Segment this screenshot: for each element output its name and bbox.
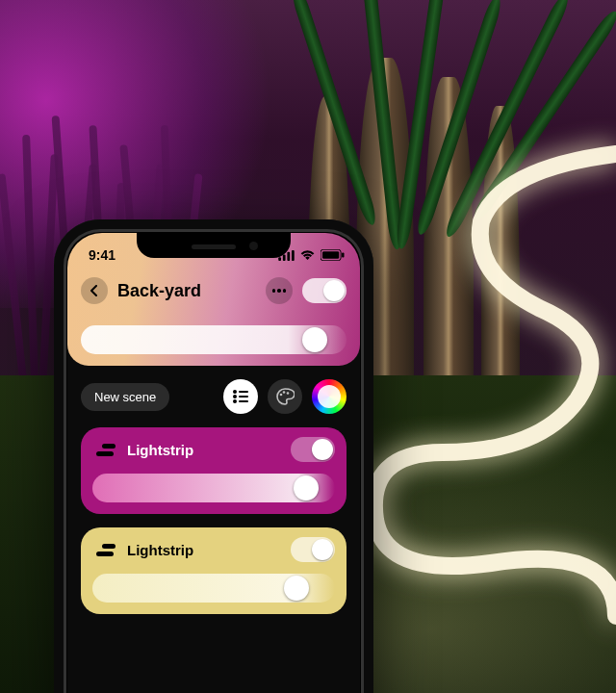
- svg-point-13: [280, 394, 283, 397]
- app-screen: 9:41 Back-yard: [67, 233, 360, 693]
- lifestyle-scene: 9:41 Back-yard: [0, 0, 616, 693]
- new-scene-button[interactable]: New scene: [81, 383, 169, 411]
- list-icon: [233, 390, 248, 403]
- light-power-toggle[interactable]: [291, 537, 335, 562]
- back-button[interactable]: [81, 277, 108, 304]
- chevron-left-icon: [90, 285, 99, 296]
- room-brightness-slider[interactable]: [81, 325, 346, 354]
- light-brightness-slider[interactable]: [92, 574, 335, 603]
- more-button[interactable]: [266, 277, 293, 304]
- palette-button[interactable]: [268, 379, 302, 414]
- phone-notch: [137, 233, 291, 258]
- svg-rect-1: [283, 254, 286, 260]
- battery-icon: [321, 249, 345, 261]
- palette-icon: [275, 387, 295, 406]
- status-time: 9:41: [89, 247, 116, 263]
- lightstrip-icon: [92, 537, 117, 562]
- svg-rect-3: [292, 250, 295, 261]
- color-picker-button[interactable]: [312, 379, 346, 414]
- svg-rect-5: [322, 251, 339, 259]
- svg-rect-12: [239, 400, 248, 402]
- svg-rect-2: [287, 251, 290, 260]
- svg-point-14: [283, 391, 286, 394]
- svg-point-11: [233, 399, 237, 403]
- lightstrip-icon: [92, 437, 117, 462]
- list-view-button[interactable]: [223, 379, 258, 414]
- room-title: Back-yard: [117, 281, 256, 301]
- svg-rect-10: [239, 396, 248, 398]
- light-card: Lightstrip: [81, 427, 346, 514]
- scene-controls: New scene: [67, 366, 360, 420]
- room-power-toggle[interactable]: [302, 278, 346, 303]
- light-card: Lightstrip: [81, 527, 346, 614]
- light-power-toggle[interactable]: [291, 437, 335, 462]
- svg-rect-0: [278, 257, 281, 261]
- lights-list: Lightstrip Lightstrip: [67, 420, 360, 622]
- wifi-icon: [299, 250, 316, 261]
- svg-rect-8: [239, 391, 248, 393]
- light-name-label: Lightstrip: [127, 442, 281, 458]
- phone-frame: 9:41 Back-yard: [54, 219, 373, 693]
- light-name-label: Lightstrip: [127, 542, 281, 558]
- light-brightness-slider[interactable]: [92, 474, 335, 502]
- svg-point-9: [233, 395, 237, 398]
- svg-point-7: [233, 390, 237, 394]
- svg-rect-6: [342, 253, 344, 258]
- svg-point-15: [287, 392, 290, 395]
